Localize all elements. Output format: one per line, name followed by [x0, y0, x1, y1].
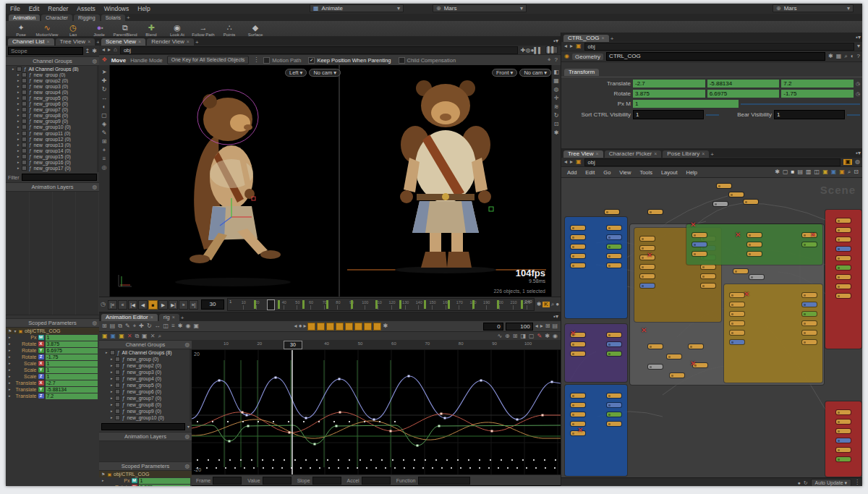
- scope-flag-icon[interactable]: [110, 350, 115, 355]
- expand-icon[interactable]: ▸: [9, 368, 11, 372]
- scope-flag-icon[interactable]: [22, 160, 27, 165]
- viewport-tool-icon-6[interactable]: ◈: [102, 122, 106, 127]
- expand-icon[interactable]: ▸: [17, 137, 20, 141]
- scope-flag-icon[interactable]: [22, 154, 27, 159]
- anim-tool-icon-0[interactable]: ⊞: [102, 323, 107, 329]
- network-toolbar-icon-8[interactable]: ▣: [839, 169, 845, 175]
- toggle-child-compensation[interactable]: Child Compensation: [399, 57, 456, 64]
- channel-group-row[interactable]: ▸ƒnew_group6 (0): [6, 101, 97, 107]
- view-tab-render-view[interactable]: Render View×: [147, 38, 194, 46]
- expand-icon[interactable]: ▸: [111, 409, 113, 413]
- scope-flag-icon[interactable]: [22, 166, 27, 171]
- close-icon[interactable]: ×: [187, 39, 190, 44]
- transport-button-0-icon[interactable]: |«: [108, 300, 117, 310]
- parameter-value-field[interactable]: 6.6975: [46, 348, 98, 354]
- channel-group-row[interactable]: ▸ƒnew_group8 (0): [99, 401, 190, 408]
- network-toolbar-icon-5[interactable]: ◫: [814, 169, 820, 175]
- network-node[interactable]: [836, 294, 851, 298]
- network-node[interactable]: [717, 184, 731, 188]
- parameter-value-field[interactable]: -2.7: [46, 380, 98, 386]
- network-node[interactable]: [640, 274, 655, 278]
- anim-key-nav-icon-2[interactable]: ▸: [303, 323, 306, 329]
- desktop-selector[interactable]: ▦ Animate ▾: [310, 4, 404, 12]
- anim-edit-icon-4[interactable]: ⧉: [135, 333, 139, 339]
- expand-icon[interactable]: ▸: [111, 396, 113, 400]
- network-node[interactable]: [730, 340, 744, 344]
- scoped-parameter-row[interactable]: ▸ScaleX1: [6, 360, 99, 367]
- network-toolbar-icon-9[interactable]: ⌕: [848, 169, 851, 175]
- network-node[interactable]: [692, 252, 707, 256]
- shelf-tool-blend[interactable]: ✚Blend: [139, 23, 163, 37]
- forward-icon[interactable]: ▸: [570, 43, 573, 49]
- gear-icon[interactable]: ◍: [92, 183, 97, 191]
- network-node[interactable]: [836, 284, 851, 289]
- expand-icon[interactable]: ▸: [17, 166, 20, 170]
- keyframe-mode-button-2[interactable]: [326, 323, 334, 331]
- network-toolbar-icon-1[interactable]: ▢: [783, 169, 788, 175]
- scope-flag-icon[interactable]: [115, 370, 120, 375]
- expand-icon[interactable]: ▸: [17, 119, 20, 123]
- network-node[interactable]: [701, 274, 715, 278]
- close-icon[interactable]: ×: [702, 151, 705, 156]
- channel-group-row[interactable]: ▸ƒAll Channel Groups (8): [6, 66, 97, 72]
- network-menu-edit[interactable]: Edit: [581, 168, 599, 177]
- menu-help[interactable]: Help: [133, 4, 154, 14]
- anim-tool-icon-1[interactable]: ▤: [110, 323, 116, 329]
- expand-icon[interactable]: ▸: [9, 342, 11, 346]
- net-tab-pose-library[interactable]: Pose Library×: [663, 150, 709, 158]
- channel-group-row[interactable]: ▸ƒnew_group7 (0): [6, 107, 97, 113]
- anim-edit-icon-0[interactable]: ▣: [102, 333, 108, 339]
- filter-input[interactable]: [22, 174, 97, 181]
- playbar-icon-3[interactable]: ●: [556, 302, 559, 307]
- keyframe-tick[interactable]: [302, 300, 305, 309]
- network-node[interactable]: [607, 254, 621, 258]
- scope-flag-icon[interactable]: [22, 124, 27, 129]
- keyframe-tick[interactable]: [448, 300, 450, 309]
- view-tab-scene-view[interactable]: Scene View×: [101, 38, 145, 46]
- channel-group-row[interactable]: ▸ƒnew_group12 (0): [6, 136, 97, 142]
- network-node[interactable]: [802, 321, 817, 325]
- network-node[interactable]: [571, 254, 585, 258]
- network-node[interactable]: [607, 422, 621, 426]
- expand-icon[interactable]: ▸: [106, 351, 108, 354]
- network-node[interactable]: [733, 269, 748, 273]
- channel-group-row[interactable]: ▸ƒnew_group17 (0): [6, 166, 97, 171]
- close-icon[interactable]: ×: [602, 35, 605, 41]
- shelf-tool-surface[interactable]: ◆Surface: [243, 23, 268, 37]
- anim-range-icon-3[interactable]: ▤: [552, 323, 558, 329]
- playbar-playhead[interactable]: [267, 299, 275, 310]
- param-pane-menu-icon[interactable]: ▾: [858, 35, 861, 41]
- network-node[interactable]: [802, 302, 817, 307]
- expand-icon[interactable]: ▸: [9, 388, 11, 391]
- frame-field[interactable]: [213, 477, 242, 485]
- toggle-motion-path[interactable]: Motion Path: [263, 57, 301, 64]
- expand-icon[interactable]: ▸: [111, 416, 113, 420]
- rotate-x-field[interactable]: 3.875: [633, 90, 705, 98]
- chevron-down-icon[interactable]: ▾: [187, 425, 190, 429]
- shelf-tool-lag[interactable]: ◷Lag: [61, 23, 85, 37]
- expand-icon[interactable]: ▸: [111, 383, 113, 387]
- net-pane-menu-icon[interactable]: ▾: [858, 150, 861, 156]
- close-icon[interactable]: ×: [150, 315, 153, 320]
- network-toolbar-icon-10[interactable]: ⊡: [854, 169, 859, 175]
- network-node[interactable]: [607, 226, 621, 230]
- pxm-slider[interactable]: [741, 103, 860, 105]
- expand-icon[interactable]: ▸: [17, 161, 20, 164]
- bypass-flag-icon[interactable]: ✕: [647, 252, 652, 259]
- channel-group-row[interactable]: ▸ƒnew_group7 (0): [99, 395, 190, 401]
- channel-tab-channel-list[interactable]: Channel List×: [8, 38, 54, 46]
- viewport-canvas[interactable]: Left ▾ No cam ▾ Front ▾ No cam ▾ 104fps …: [110, 65, 551, 297]
- network-toolbar-icon-0[interactable]: ✱: [775, 169, 780, 175]
- back-icon[interactable]: ◂: [564, 43, 567, 49]
- close-icon[interactable]: ×: [172, 315, 175, 320]
- flag-icon[interactable]: ⚑: [8, 329, 12, 333]
- network-node[interactable]: [802, 242, 817, 247]
- scoped-parameter-row[interactable]: ▸ScaleY1: [6, 367, 99, 373]
- viewport-path-icon-0[interactable]: ✚: [521, 48, 526, 54]
- scene-selector[interactable]: ⊕ Mars ▾: [433, 4, 527, 12]
- network-node[interactable]: [689, 344, 703, 349]
- more-icon[interactable]: ⋮: [253, 57, 259, 63]
- keyframe-tick[interactable]: [472, 300, 475, 309]
- pxm-field[interactable]: 1: [633, 100, 739, 108]
- anim-tool-icon-6[interactable]: ↻: [147, 323, 152, 329]
